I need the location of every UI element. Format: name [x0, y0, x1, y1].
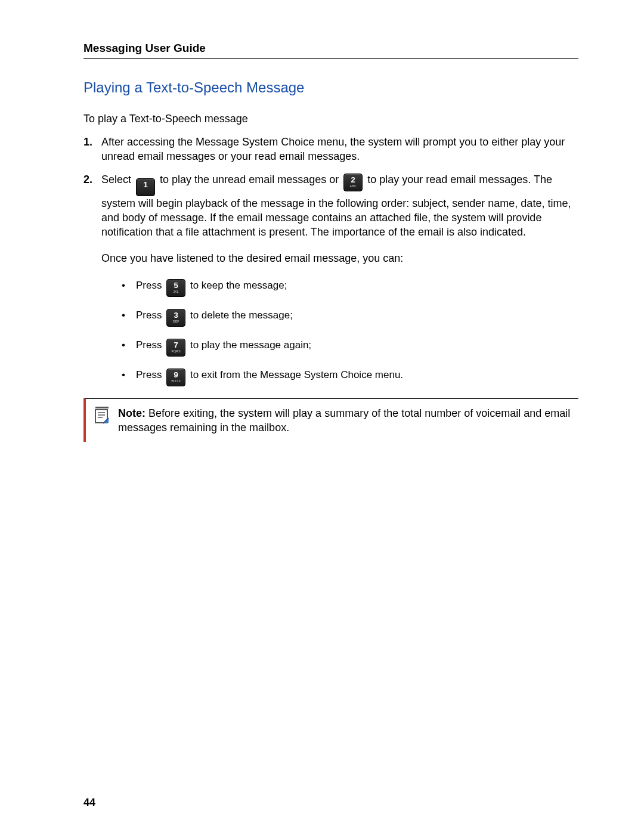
step-number: 2.: [83, 172, 92, 187]
page-number: 44: [83, 797, 95, 809]
action-replay: Press 7PQRS to play the message again;: [119, 336, 578, 357]
step-2: 2. Select 1 to play the unread email mes…: [101, 172, 578, 386]
phone-key-1-icon: 1: [136, 178, 155, 196]
step-1: 1. After accessing the Message System Ch…: [101, 135, 578, 164]
note-callout: Note: Before exiting, the system will pl…: [83, 398, 578, 442]
phone-key-7-icon: 7PQRS: [166, 339, 185, 357]
actions-list: Press 5JKL to keep the message; Press 3D…: [101, 277, 578, 386]
step-text-mid1: to play the unread email messages or: [157, 174, 342, 185]
phone-key-5-icon: 5JKL: [166, 279, 185, 297]
step-text: After accessing the Message System Choic…: [101, 136, 565, 162]
document-page: Messaging User Guide Playing a Text-to-S…: [0, 0, 644, 833]
action-keep: Press 5JKL to keep the message;: [119, 277, 578, 297]
note-text: Note: Before exiting, the system will pl…: [118, 406, 572, 435]
section-heading: Playing a Text-to-Speech Message: [83, 79, 578, 96]
note-icon: [94, 406, 110, 435]
phone-key-3-icon: 3DEF: [166, 309, 185, 327]
step-text-pre: Select: [101, 174, 134, 185]
note-label: Note:: [118, 407, 145, 419]
note-body: Before exiting, the system will play a s…: [118, 407, 570, 433]
svg-rect-0: [95, 407, 109, 408]
step-number: 1.: [83, 135, 92, 149]
document-title: Messaging User Guide: [83, 42, 578, 59]
section-intro: To play a Text-to-Speech message: [83, 113, 578, 125]
action-exit: Press 9WXYZ to exit from the Message Sys…: [119, 366, 578, 386]
action-delete: Press 3DEF to delete the message;: [119, 306, 578, 327]
steps-list: 1. After accessing the Message System Ch…: [83, 135, 578, 386]
phone-key-2-icon: 2ABC: [343, 174, 363, 191]
after-listen-text: Once you have listened to the desired em…: [101, 251, 578, 265]
phone-key-9-icon: 9WXYZ: [166, 368, 185, 386]
